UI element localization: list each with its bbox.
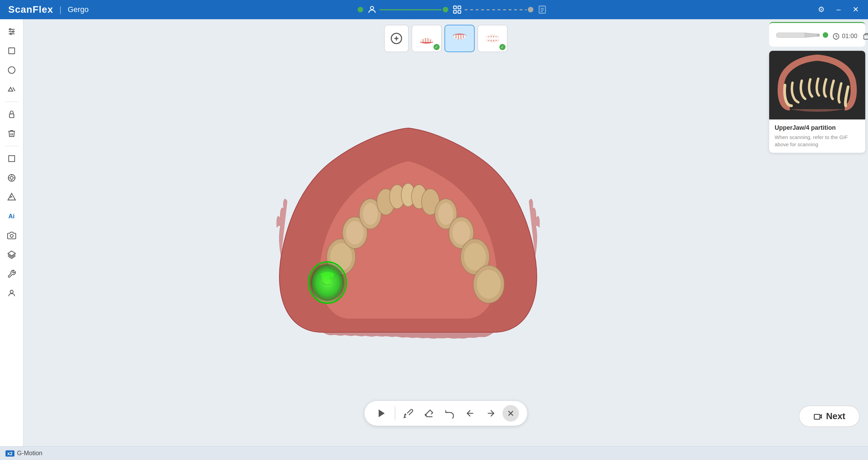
gmotion-label: x2 G-Motion xyxy=(5,450,43,457)
svg-rect-45 xyxy=(494,35,496,37)
svg-rect-47 xyxy=(487,40,488,42)
brush-tool-button[interactable] xyxy=(400,404,417,422)
sidebar-wrench-tool[interactable] xyxy=(3,266,20,282)
sidebar-circle-tool[interactable] xyxy=(3,62,20,78)
svg-point-71 xyxy=(464,243,486,271)
timer-value: 01:00 xyxy=(842,33,857,40)
minimize-button[interactable]: – xyxy=(833,4,844,15)
play-button[interactable] xyxy=(373,404,391,422)
svg-point-73 xyxy=(477,270,501,299)
svg-rect-79 xyxy=(776,33,806,37)
target-icon xyxy=(7,173,16,182)
add-scan-button[interactable] xyxy=(384,25,409,52)
timer-stat: 01:00 xyxy=(832,33,857,40)
svg-rect-49 xyxy=(491,40,493,43)
crop-icon xyxy=(7,46,16,55)
svg-point-0 xyxy=(370,7,373,10)
svg-marker-86 xyxy=(379,410,385,417)
gmotion-text: G-Motion xyxy=(17,450,43,457)
svg-rect-39 xyxy=(459,35,461,39)
arrow-right-icon xyxy=(486,408,496,418)
guide-text-area: UpperJaw/4 partition When scanning, refe… xyxy=(769,119,865,153)
sidebar-square-tool[interactable] xyxy=(3,150,20,167)
brush-icon xyxy=(403,408,414,418)
frames-icon xyxy=(863,33,868,40)
clock-icon xyxy=(832,33,840,40)
svg-rect-17 xyxy=(9,114,14,118)
sidebar-lock-tool[interactable] xyxy=(3,106,20,123)
step-icon-review xyxy=(535,2,550,17)
sidebar-trash-tool[interactable] xyxy=(3,125,20,142)
step-icon-patient xyxy=(364,2,380,17)
wrench-icon xyxy=(7,269,16,278)
user-name: Gergo xyxy=(68,5,89,14)
guide-title: UpperJaw/4 partition xyxy=(775,124,860,131)
close-button[interactable]: ✕ xyxy=(850,4,861,15)
svg-rect-33 xyxy=(423,38,425,42)
plus-icon xyxy=(390,32,403,45)
svg-point-69 xyxy=(452,221,470,244)
scanner-image-wrap xyxy=(775,27,828,43)
sidebar-layers-tool[interactable] xyxy=(3,246,20,263)
trash-icon xyxy=(7,129,16,138)
svg-rect-46 xyxy=(496,35,498,38)
arrow-left-icon xyxy=(465,408,475,418)
step-icon-scan xyxy=(450,2,465,17)
mountain-icon xyxy=(7,193,16,202)
undo-button[interactable] xyxy=(441,404,459,422)
scanner-stats: 01:00 1044 xyxy=(832,33,868,40)
erase-tool-button[interactable] xyxy=(420,404,438,422)
sidebar-crop-tool[interactable] xyxy=(3,43,20,59)
ai-icon: Ai xyxy=(9,213,15,220)
svg-point-60 xyxy=(363,203,378,225)
settings-button[interactable]: ⚙ xyxy=(816,4,827,15)
progress-step-2 xyxy=(450,2,465,17)
sidebar-eraser-tool[interactable] xyxy=(3,81,20,97)
sidebar-target-tool[interactable] xyxy=(3,170,20,186)
sidebar-person-tool[interactable] xyxy=(3,285,20,301)
erase-icon xyxy=(424,408,434,418)
camera-icon xyxy=(7,231,16,240)
svg-rect-91 xyxy=(814,414,820,419)
next-step-button[interactable] xyxy=(482,404,500,422)
svg-rect-44 xyxy=(491,34,493,37)
next-label: Next xyxy=(826,411,845,422)
undo-icon xyxy=(444,408,455,418)
bite-scan-btn[interactable]: ✓ xyxy=(477,25,508,52)
sidebar-mountain-tool[interactable] xyxy=(3,189,20,205)
svg-rect-40 xyxy=(461,35,463,39)
svg-rect-50 xyxy=(494,40,496,43)
sidebar-adjust-tool[interactable] xyxy=(3,23,20,40)
svg-rect-3 xyxy=(453,10,456,13)
svg-rect-15 xyxy=(9,48,14,54)
svg-point-13 xyxy=(12,31,14,32)
progress-bar xyxy=(97,2,809,17)
statusbar: x2 G-Motion xyxy=(0,446,868,460)
svg-rect-2 xyxy=(458,6,461,9)
sidebar: Ai xyxy=(0,19,23,446)
svg-point-77 xyxy=(322,277,328,283)
window-controls: ⚙ – ✕ xyxy=(809,4,868,15)
logo-area: ScanFlex | Gergo xyxy=(0,4,97,15)
sidebar-camera-tool[interactable] xyxy=(3,227,20,244)
x2-badge: x2 xyxy=(5,450,14,457)
lock-icon xyxy=(7,110,16,119)
scanner-status-panel: 01:00 1044 xyxy=(769,22,865,47)
app-logo: ScanFlex xyxy=(8,4,53,15)
sidebar-ai-tool[interactable]: Ai xyxy=(3,208,20,225)
close-toolbar-button[interactable] xyxy=(502,405,519,422)
svg-line-83 xyxy=(836,36,837,37)
svg-point-28 xyxy=(10,290,13,293)
dental-3d-view xyxy=(58,54,758,402)
progress-step-3 xyxy=(535,2,550,17)
lower-jaw-scan-btn[interactable]: ✓ xyxy=(412,25,442,52)
svg-rect-36 xyxy=(430,39,432,42)
scanner-connected-dot xyxy=(823,32,828,38)
svg-rect-42 xyxy=(487,35,488,38)
upper-jaw-scan-btn[interactable] xyxy=(444,25,475,52)
lower-jaw-check: ✓ xyxy=(433,44,440,50)
sidebar-divider-2 xyxy=(5,146,19,146)
prev-button[interactable] xyxy=(461,404,479,422)
toolbar-divider-1 xyxy=(395,406,395,420)
next-button[interactable]: Next xyxy=(799,405,860,427)
